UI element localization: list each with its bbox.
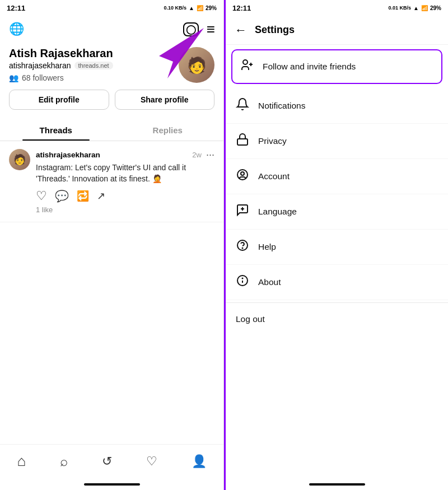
like-button[interactable]: ♡	[36, 189, 47, 203]
post-actions: ♡ 💬 🔁 ↗	[36, 189, 214, 203]
nav-profile[interactable]: 👤	[192, 454, 207, 469]
settings-item-about[interactable]: About	[226, 265, 448, 300]
right-panel: 12:11 0.01 KB/s ▲ 📶 29% ← Settings Follo…	[224, 0, 448, 490]
settings-item-language[interactable]: Language	[226, 194, 448, 230]
instagram-icon[interactable]: ◯	[183, 22, 199, 36]
data-speed-left: 0.10 KB/s	[164, 5, 187, 11]
post-time: 2w	[192, 151, 202, 159]
about-icon	[236, 274, 249, 291]
notifications-label: Notifications	[258, 101, 305, 111]
post-username: atishrajasekharan	[36, 151, 100, 159]
profile-section: Atish Rajasekharan atishrajasekharan thr…	[0, 43, 223, 116]
wifi-icon-left: ▲	[189, 5, 194, 11]
status-bar-left: 12:11 0.10 KB/s ▲ 📶 29%	[0, 0, 223, 16]
nav-favorites[interactable]: ♡	[146, 454, 157, 469]
repost-button[interactable]: 🔁	[77, 190, 89, 202]
post-text: Instagram: Let's copy Twitter's UI and c…	[36, 162, 214, 184]
threads-badge: threads.net	[74, 62, 113, 69]
tab-threads[interactable]: Threads	[0, 119, 112, 141]
follow-label: Follow and invite friends	[263, 62, 356, 72]
help-icon	[236, 239, 249, 255]
comment-button[interactable]: 💬	[55, 189, 69, 203]
status-icons-left: 0.10 KB/s ▲ 📶 29%	[164, 5, 217, 11]
battery-right: 29%	[430, 5, 441, 11]
signal-icon-right: 📶	[421, 5, 428, 11]
followers-icon: 👥	[9, 73, 18, 82]
settings-list: Follow and invite friends Notifications …	[226, 45, 448, 474]
menu-icon[interactable]: ≡	[207, 21, 214, 38]
privacy-icon	[236, 133, 249, 150]
status-icons-right: 0.01 KB/s ▲ 📶 29%	[389, 5, 441, 11]
settings-item-notifications[interactable]: Notifications	[226, 88, 448, 124]
left-panel: 12:11 0.10 KB/s ▲ 📶 29% 🌐 ◯ ≡ Atish Raja…	[0, 0, 224, 490]
follow-icon	[240, 58, 254, 75]
profile-name: Atish Rajasekharan	[9, 47, 179, 60]
about-label: About	[258, 277, 281, 287]
top-nav-left: 🌐 ◯ ≡	[0, 16, 223, 43]
back-button[interactable]: ←	[235, 23, 247, 38]
language-label: Language	[258, 207, 297, 217]
post-likes: 1 like	[36, 206, 214, 214]
settings-title: Settings	[255, 24, 295, 36]
followers-row: 👥 68 followers	[9, 73, 179, 82]
post-avatar: 🧑	[9, 149, 30, 170]
data-speed-right: 0.01 KB/s	[389, 5, 412, 11]
logout-item[interactable]: Log out	[226, 305, 448, 333]
notifications-icon	[236, 97, 249, 114]
svg-point-1	[243, 60, 248, 64]
profile-username: atishrajasekharan	[9, 61, 71, 70]
nav-search[interactable]: ⌕	[60, 454, 68, 469]
settings-item-follow[interactable]: Follow and invite friends	[231, 49, 442, 84]
account-icon	[236, 168, 249, 185]
settings-item-privacy[interactable]: Privacy	[226, 124, 448, 159]
settings-item-account[interactable]: Account	[226, 159, 448, 194]
privacy-label: Privacy	[258, 136, 287, 146]
battery-left: 29%	[206, 5, 217, 11]
tab-replies[interactable]: Replies	[112, 119, 224, 141]
post-more-button[interactable]: ···	[206, 149, 214, 161]
logout-label: Log out	[236, 314, 265, 324]
status-bar-right: 12:11 0.01 KB/s ▲ 📶 29%	[226, 0, 448, 16]
settings-divider	[226, 302, 448, 303]
svg-rect-4	[237, 139, 248, 145]
settings-item-help[interactable]: Help	[226, 230, 448, 265]
bottom-nav-left: ⌂ ⌕ ↺ ♡ 👤	[0, 444, 223, 474]
language-icon	[236, 203, 249, 220]
account-label: Account	[258, 171, 290, 181]
thread-post: 🧑 atishrajasekharan 2w ··· Instagram: Le…	[0, 141, 223, 222]
nav-home[interactable]: ⌂	[17, 452, 26, 470]
wifi-icon-right: ▲	[413, 5, 419, 11]
share-button[interactable]: ↗	[97, 190, 105, 202]
followers-count: 68 followers	[22, 73, 64, 82]
tabs: Threads Replies	[0, 119, 223, 141]
time-left: 12:11	[7, 4, 25, 12]
help-label: Help	[258, 242, 276, 252]
profile-info: Atish Rajasekharan atishrajasekharan thr…	[9, 47, 179, 82]
time-right: 12:11	[232, 4, 251, 12]
settings-header: ← Settings	[226, 16, 448, 45]
home-indicator-right	[226, 474, 448, 490]
edit-profile-button[interactable]: Edit profile	[9, 90, 109, 110]
nav-activity[interactable]: ↺	[102, 454, 112, 469]
home-indicator-left	[0, 474, 223, 490]
signal-icon-left: 📶	[197, 5, 203, 11]
share-profile-button[interactable]: Share profile	[115, 90, 215, 110]
globe-icon[interactable]: 🌐	[9, 22, 24, 36]
post-content: atishrajasekharan 2w ··· Instagram: Let'…	[36, 149, 214, 214]
profile-avatar: 🧑	[179, 47, 214, 83]
svg-point-6	[241, 172, 244, 175]
